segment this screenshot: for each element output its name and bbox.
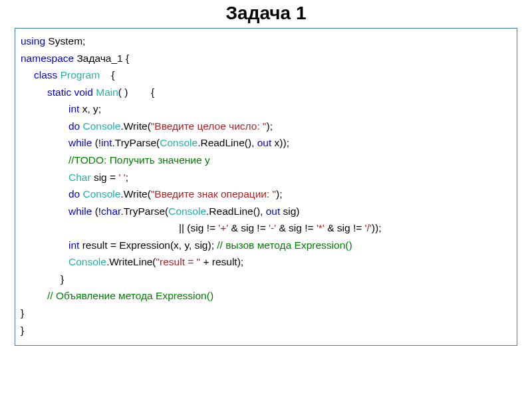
code-line: } bbox=[21, 271, 510, 288]
code-line: int result = Expression(x, y, sig); // в… bbox=[21, 237, 510, 254]
code-line: || (sig != '+' & sig != '-' & sig != '*'… bbox=[21, 219, 510, 237]
code-line: static void Main( ) { bbox=[21, 84, 510, 101]
code-line: while (!char.TryParse(Console.ReadLine()… bbox=[21, 203, 510, 220]
code-line: Char sig = ' '; bbox=[21, 169, 510, 186]
slide-title: Задача 1 bbox=[0, 0, 532, 25]
code-block: using System; namespace Задача_1 { class… bbox=[15, 28, 517, 346]
code-line: //TODO: Получить значение y bbox=[21, 152, 510, 169]
code-line: // Объявление метода Expression() bbox=[21, 287, 510, 305]
code-line: Console.WriteLine("result = " + result); bbox=[21, 253, 510, 271]
code-line: } bbox=[21, 322, 510, 339]
code-line: namespace Задача_1 { bbox=[21, 50, 510, 67]
code-line: } bbox=[21, 305, 510, 322]
code-line: using System; bbox=[21, 33, 510, 50]
code-line: class Program { bbox=[21, 66, 510, 84]
code-line: int x, y; bbox=[21, 100, 510, 118]
code-line: do Console.Write("Введите целое число: "… bbox=[21, 118, 510, 135]
code-line: while (!int.TryParse(Console.ReadLine(),… bbox=[21, 134, 510, 152]
code-line: do Console.Write("Введите знак операции:… bbox=[21, 186, 510, 203]
